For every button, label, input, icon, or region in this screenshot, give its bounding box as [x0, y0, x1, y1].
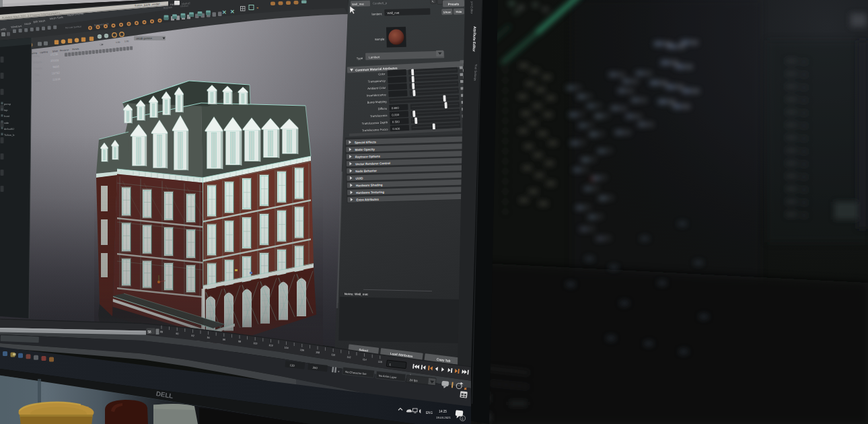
svg-text:Lambert: Lambert [369, 55, 380, 59]
svg-text:0.000: 0.000 [392, 113, 400, 117]
svg-text:sDeltas: sDeltas [180, 5, 188, 8]
svg-text:110: 110 [331, 353, 335, 357]
svg-text:odify: odify [1, 27, 7, 31]
svg-text:Raytrace Options: Raytrace Options [355, 155, 381, 159]
svg-text:96: 96 [223, 338, 226, 341]
svg-text:Hide: Hide [456, 10, 462, 13]
svg-text:Diffuse: Diffuse [378, 107, 388, 111]
svg-text:✕: ✕ [222, 9, 227, 15]
svg-text:Extra Attributes: Extra Attributes [356, 198, 379, 202]
svg-text:200: 200 [312, 366, 318, 370]
svg-text:UV: UV [126, 5, 131, 9]
svg-text:106: 106 [300, 349, 305, 352]
svg-text:UVs:: UVs: [35, 79, 42, 83]
svg-text:14:25: 14:25 [439, 410, 447, 413]
svg-text:0.500: 0.500 [392, 127, 400, 131]
svg-text:1.00: 1.00 [116, 41, 120, 44]
svg-text:✕: ✕ [230, 9, 235, 15]
svg-text:94: 94 [207, 337, 210, 339]
svg-text:Wall_mat: Wall_mat [352, 2, 365, 6]
svg-text:sRGB gamma: sRGB gamma [136, 37, 153, 40]
svg-text:yer Editor: yer Editor [470, 1, 474, 14]
svg-text:9896: 9896 [52, 65, 60, 69]
svg-text:CondteS_p: CondteS_p [373, 1, 388, 5]
svg-text:0.800: 0.800 [392, 106, 400, 110]
svg-text:Type: Type [357, 57, 363, 60]
svg-text:120: 120 [290, 363, 295, 367]
svg-text:0.500: 0.500 [392, 120, 400, 124]
svg-text:◄: ◄ [256, 6, 258, 9]
svg-text:side: side [4, 121, 9, 125]
svg-text:Tris:: Tris: [34, 73, 40, 77]
svg-text:persp: persp [4, 102, 11, 106]
svg-text:58: 58 [148, 330, 152, 334]
svg-text:top: top [4, 108, 8, 112]
svg-text:102: 102 [268, 344, 273, 347]
svg-text:104: 104 [284, 347, 289, 350]
svg-text:Show: Show [443, 10, 451, 13]
svg-text:19.03.2021: 19.03.2021 [436, 416, 451, 419]
svg-text:Special Effects: Special Effects [355, 141, 377, 145]
svg-text:114: 114 [363, 358, 367, 361]
svg-text:defaultU: defaultU [4, 127, 14, 131]
svg-text:Notes: Wall_mat: Notes: Wall_mat [345, 292, 368, 296]
svg-text:UUID: UUID [355, 176, 363, 180]
svg-text:108: 108 [316, 351, 320, 355]
svg-text:88: 88 [160, 330, 164, 333]
svg-text:90: 90 [176, 332, 179, 335]
svg-text:Wall_mat: Wall_mat [387, 11, 400, 15]
svg-text:92: 92 [191, 334, 194, 337]
svg-text:Verts:: Verts: [32, 54, 40, 58]
svg-text:↖: ↖ [431, 0, 434, 3]
svg-text:1.00: 1.00 [124, 40, 129, 42]
svg-text:lambert:: lambert: [371, 12, 382, 15]
svg-text:100: 100 [253, 342, 258, 345]
svg-text:98: 98 [238, 340, 242, 343]
svg-text:Node Behavior: Node Behavior [355, 169, 377, 173]
svg-text:Matte Opacity: Matte Opacity [355, 147, 375, 151]
svg-text:ENG: ENG [426, 411, 433, 415]
svg-text:front: front [4, 114, 10, 118]
svg-text:Tulton_b: Tulton_b [4, 133, 15, 137]
svg-text:Presets: Presets [448, 2, 460, 5]
svg-text:Color: Color [378, 72, 386, 76]
svg-text:Sample: Sample [375, 38, 386, 41]
svg-text:112: 112 [347, 356, 351, 359]
svg-text:116: 116 [378, 361, 382, 364]
